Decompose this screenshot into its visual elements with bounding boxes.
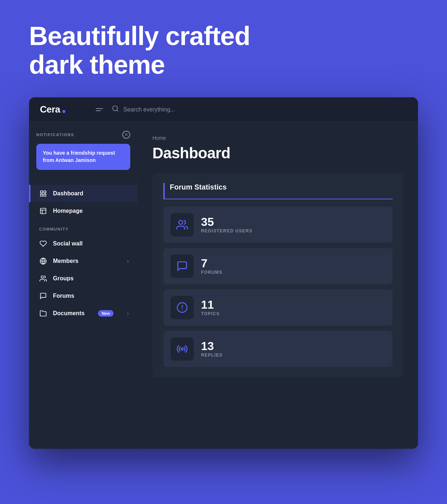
replies-info: 13 REPLIES <box>201 340 223 358</box>
forum-statistics-title: Forum Statistics <box>163 183 393 199</box>
sidebar-item-dashboard[interactable]: Dashboard <box>29 185 138 202</box>
topics-info: 11 TOPICS <box>201 299 220 316</box>
hamburger-icon[interactable] <box>96 108 103 111</box>
svg-rect-3 <box>44 191 46 193</box>
layout-icon <box>39 207 47 215</box>
stat-card-topics: 11 TOPICS <box>163 289 393 326</box>
sidebar-item-homepage-label: Homepage <box>53 208 83 214</box>
folder-icon <box>39 310 47 317</box>
radio-stat-icon <box>176 343 188 355</box>
stat-card-forums: 7 FORUMS <box>163 248 393 284</box>
replies-count: 13 <box>201 340 223 352</box>
svg-rect-5 <box>41 194 43 196</box>
close-notifications-button[interactable]: ✕ <box>122 131 130 139</box>
breadcrumb: Home <box>152 135 403 141</box>
search-placeholder[interactable]: Search everything... <box>123 106 175 113</box>
notification-text: You have a friendship request from Antwa… <box>43 150 115 163</box>
chat-stat-icon <box>176 260 188 272</box>
members-chevron-icon: › <box>127 258 129 264</box>
sidebar: NOTIFICATIONS ✕ You have a friendship re… <box>29 122 138 449</box>
sidebar-item-dashboard-label: Dashboard <box>53 190 83 197</box>
forums-icon-box <box>171 255 194 278</box>
logo: Cera <box>40 104 65 115</box>
page-title: Dashboard <box>152 145 403 162</box>
sidebar-item-forums-label: Forums <box>53 293 74 299</box>
sidebar-item-social-wall-label: Social wall <box>53 240 83 247</box>
replies-icon-box <box>171 337 194 361</box>
app-window: Cera Search everything... NOTIFICATIONS <box>29 97 418 449</box>
main-layout: NOTIFICATIONS ✕ You have a friendship re… <box>29 122 418 449</box>
documents-new-badge: New <box>98 310 114 317</box>
svg-rect-2 <box>41 191 43 193</box>
sidebar-item-groups-label: Groups <box>53 275 74 282</box>
topics-label: TOPICS <box>201 311 220 316</box>
stat-card-replies: 13 REPLIES <box>163 331 393 367</box>
replies-label: REPLIES <box>201 353 223 358</box>
stat-card-registered-users: 35 REGISTERED USERS <box>163 207 393 243</box>
svg-line-1 <box>117 110 118 111</box>
svg-point-16 <box>181 348 183 350</box>
topics-icon-box <box>171 296 194 319</box>
svg-point-12 <box>179 220 183 224</box>
registered-users-label: REGISTERED USERS <box>201 228 253 233</box>
main-content: Home Dashboard Forum Statistics <box>138 122 418 449</box>
forum-statistics-section: Forum Statistics <box>152 173 403 377</box>
community-section-label: COMMUNITY <box>29 220 138 235</box>
forums-info: 7 FORUMS <box>201 257 222 275</box>
sidebar-item-documents[interactable]: Documents New › <box>29 305 138 322</box>
sidebar-item-groups[interactable]: Groups <box>29 270 138 287</box>
sidebar-item-forums[interactable]: Forums <box>29 287 138 305</box>
logo-dot <box>62 110 65 113</box>
topbar: Cera Search everything... <box>29 97 418 122</box>
svg-rect-4 <box>44 194 46 196</box>
grid-icon <box>39 190 47 197</box>
message-square-icon <box>39 292 47 300</box>
notifications-header: NOTIFICATIONS ✕ <box>36 131 130 139</box>
globe-icon <box>39 257 47 265</box>
registered-users-icon-box <box>171 213 194 236</box>
search-icon <box>112 105 119 114</box>
sidebar-item-documents-label: Documents <box>53 310 85 317</box>
notifications-label: NOTIFICATIONS <box>36 133 74 137</box>
sidebar-item-members[interactable]: Members › <box>29 252 138 270</box>
nav-community-items: Social wall Members › <box>29 235 138 322</box>
registered-users-info: 35 REGISTERED USERS <box>201 216 253 233</box>
sidebar-item-members-label: Members <box>53 258 78 264</box>
search-area: Search everything... <box>112 105 407 114</box>
users-icon <box>39 275 47 282</box>
svg-point-11 <box>41 276 44 278</box>
topics-count: 11 <box>201 299 220 310</box>
sidebar-item-homepage[interactable]: Homepage <box>29 202 138 220</box>
stats-list: 35 REGISTERED USERS 7 FOR <box>163 207 393 367</box>
headline-text: Beautifully crafteddark theme <box>29 22 250 79</box>
alert-circle-stat-icon <box>176 302 188 313</box>
notifications-section: NOTIFICATIONS ✕ You have a friendship re… <box>29 131 138 179</box>
svg-rect-6 <box>41 208 46 214</box>
forums-label: FORUMS <box>201 270 222 275</box>
users-stat-icon <box>176 219 188 231</box>
notification-card[interactable]: You have a friendship request from Antwa… <box>36 144 130 170</box>
nav-main-items: Dashboard Homepage <box>29 185 138 220</box>
logo-text: Cera <box>40 104 60 115</box>
sidebar-item-social-wall[interactable]: Social wall <box>29 235 138 252</box>
documents-chevron-icon: › <box>127 310 129 316</box>
heart-icon <box>39 240 47 247</box>
registered-users-count: 35 <box>201 216 253 228</box>
forums-count: 7 <box>201 257 222 269</box>
